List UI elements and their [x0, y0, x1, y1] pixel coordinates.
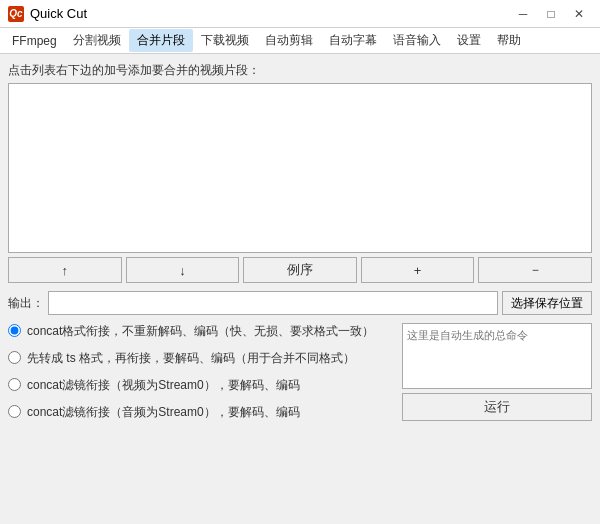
app-title: Quick Cut: [30, 6, 87, 21]
main-content: 点击列表右下边的加号添加要合并的视频片段： ↑ ↓ 例序 + － 输出： 选择保…: [0, 54, 600, 429]
menu-item-ffmpeg[interactable]: FFmpeg: [4, 31, 65, 51]
minimize-button[interactable]: ─: [510, 4, 536, 24]
menu-item-settings[interactable]: 设置: [449, 29, 489, 52]
menu-item-download[interactable]: 下载视频: [193, 29, 257, 52]
menu-item-merge[interactable]: 合并片段: [129, 29, 193, 52]
menu-item-voice[interactable]: 语音输入: [385, 29, 449, 52]
order-button[interactable]: 例序: [243, 257, 357, 283]
instruction-text: 点击列表右下边的加号添加要合并的视频片段：: [8, 62, 592, 79]
add-button[interactable]: +: [361, 257, 475, 283]
merge-option-3-label: concat滤镜衔接（视频为Stream0），要解码、编码: [27, 377, 300, 394]
merge-option-1[interactable]: concat格式衔接，不重新解码、编码（快、无损、要求格式一致）: [8, 323, 394, 340]
maximize-button[interactable]: □: [538, 4, 564, 24]
output-label: 输出：: [8, 295, 44, 312]
merge-option-1-label: concat格式衔接，不重新解码、编码（快、无损、要求格式一致）: [27, 323, 374, 340]
close-button[interactable]: ✕: [566, 4, 592, 24]
menu-item-autocut[interactable]: 自动剪辑: [257, 29, 321, 52]
merge-option-4[interactable]: concat滤镜衔接（音频为Stream0），要解码、编码: [8, 404, 394, 421]
command-textarea[interactable]: [402, 323, 592, 389]
title-bar: Qc Quick Cut ─ □ ✕: [0, 0, 600, 28]
menu-item-help[interactable]: 帮助: [489, 29, 529, 52]
output-input[interactable]: [48, 291, 498, 315]
command-area: 运行: [402, 323, 592, 421]
merge-option-3-radio[interactable]: [8, 378, 21, 391]
merge-option-2[interactable]: 先转成 ts 格式，再衔接，要解码、编码（用于合并不同格式）: [8, 350, 394, 367]
merge-option-1-radio[interactable]: [8, 324, 21, 337]
run-button[interactable]: 运行: [402, 393, 592, 421]
merge-option-4-radio[interactable]: [8, 405, 21, 418]
remove-button[interactable]: －: [478, 257, 592, 283]
move-down-button[interactable]: ↓: [126, 257, 240, 283]
merge-options: concat格式衔接，不重新解码、编码（快、无损、要求格式一致） 先转成 ts …: [8, 323, 394, 421]
title-controls: ─ □ ✕: [510, 4, 592, 24]
move-up-button[interactable]: ↑: [8, 257, 122, 283]
menu-item-subtitle[interactable]: 自动字幕: [321, 29, 385, 52]
action-buttons-row: ↑ ↓ 例序 + －: [8, 257, 592, 283]
lower-section: concat格式衔接，不重新解码、编码（快、无损、要求格式一致） 先转成 ts …: [8, 323, 592, 421]
merge-option-4-label: concat滤镜衔接（音频为Stream0），要解码、编码: [27, 404, 300, 421]
merge-option-3[interactable]: concat滤镜衔接（视频为Stream0），要解码、编码: [8, 377, 394, 394]
file-list-area[interactable]: [8, 83, 592, 253]
title-left: Qc Quick Cut: [8, 6, 87, 22]
select-save-location-button[interactable]: 选择保存位置: [502, 291, 592, 315]
app-icon: Qc: [8, 6, 24, 22]
menu-bar: FFmpeg 分割视频 合并片段 下载视频 自动剪辑 自动字幕 语音输入 设置 …: [0, 28, 600, 54]
output-row: 输出： 选择保存位置: [8, 291, 592, 315]
merge-option-2-radio[interactable]: [8, 351, 21, 364]
menu-item-split[interactable]: 分割视频: [65, 29, 129, 52]
merge-option-2-label: 先转成 ts 格式，再衔接，要解码、编码（用于合并不同格式）: [27, 350, 355, 367]
